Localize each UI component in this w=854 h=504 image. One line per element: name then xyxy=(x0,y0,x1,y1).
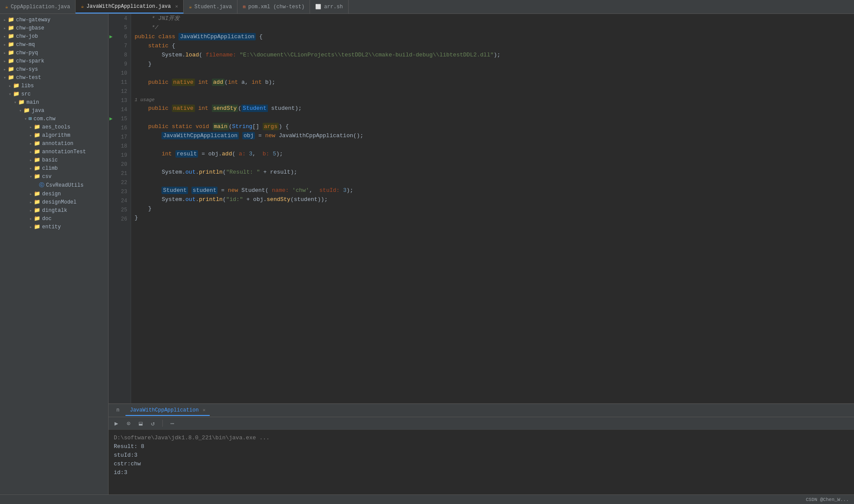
line-num-23: 23 xyxy=(109,187,131,196)
sidebar-item-label: climb xyxy=(42,165,58,171)
sidebar-item-doc[interactable]: ▸ 📁 doc xyxy=(0,214,108,223)
code-content[interactable]: * JNI开发 */ public class JavaWithCppAppli… xyxy=(131,14,854,403)
sidebar-item-csv[interactable]: ▾ 📁 csv xyxy=(0,172,108,181)
sidebar-item-algorithm[interactable]: ▸ 📁 algorithm xyxy=(0,131,108,139)
code-line-23: System.out.println("id:" + obj.sendSty(s… xyxy=(131,195,854,204)
sidebar-item-chw-gateway[interactable]: ▸ 📁 chw-gateway xyxy=(0,16,108,24)
sidebar-item-dingtalk[interactable]: ▸ 📁 dingtalk xyxy=(0,206,108,214)
run-button-15[interactable]: ▶ xyxy=(109,115,112,122)
sidebar-item-basic[interactable]: ▸ 📁 basic xyxy=(0,156,108,164)
code-text: public native int sendSty(Student studen… xyxy=(135,104,302,113)
module-icon: 📁 xyxy=(8,66,14,72)
line-num-18: 18 xyxy=(109,142,131,151)
sidebar-item-label: aes_tools xyxy=(42,124,70,130)
sidebar-item-chw-test[interactable]: ▾ 📁 chw-test xyxy=(0,73,108,82)
line-numbers: 4 5 ▶ 6 7 8 9 10 11 12 13 14 ▶ 15 16 xyxy=(109,14,131,403)
arrow-icon: ▸ xyxy=(30,125,32,130)
tab-arr-sh[interactable]: ⬜ arr.sh xyxy=(310,0,348,13)
sidebar-item-label: src xyxy=(21,91,31,97)
line-number: 26 xyxy=(121,216,127,222)
sidebar-item-entity[interactable]: ▸ 📁 entity xyxy=(0,223,108,231)
sidebar-item-src[interactable]: ▾ 📁 src xyxy=(0,90,108,98)
toolbar-more-button[interactable]: ⋯ xyxy=(168,419,177,428)
line-number: 21 xyxy=(121,171,127,177)
run-button-6[interactable]: ▶ xyxy=(109,33,112,40)
sidebar-item-chw-spark[interactable]: ▸ 📁 chw-spark xyxy=(0,57,108,65)
sidebar-item-label: chw-spark xyxy=(16,58,44,64)
editor-area: 4 5 ▶ 6 7 8 9 10 11 12 13 14 ▶ 15 16 xyxy=(109,14,854,494)
sidebar-item-aes-tools[interactable]: ▸ 📁 aes_tools xyxy=(0,123,108,131)
toolbar-stop-button[interactable]: ⬓ xyxy=(136,419,145,428)
tab-label: pom.xml (chw-test) xyxy=(248,4,305,10)
folder-icon: 📁 xyxy=(13,82,20,89)
sidebar-item-annotation-test[interactable]: ▸ 📁 annotationTest xyxy=(0,148,108,156)
line-number: 24 xyxy=(121,198,127,204)
code-line-14 xyxy=(131,113,854,122)
sidebar-item-chw-job[interactable]: ▸ 📁 chw-job xyxy=(0,32,108,40)
code-line-19 xyxy=(131,158,854,168)
sidebar-item-csv-read-utils[interactable]: ⓒ CsvReadUtils xyxy=(0,181,108,190)
main-area: ▸ 📁 chw-gateway ▸ 📁 chw-gbase ▸ 📁 chw-jo… xyxy=(0,14,854,494)
console-path-text: D:\software\Java\jdk1.8.0_221\bin\java.e… xyxy=(114,435,270,441)
arrow-icon: ▸ xyxy=(3,50,6,56)
toolbar-run-button[interactable]: ▶ xyxy=(112,419,121,428)
tab-label: Student.java xyxy=(195,4,232,10)
code-text: int result = obj.add( a: 3, b: 5); xyxy=(135,149,283,158)
tab-pom-xml[interactable]: m pom.xml (chw-test) xyxy=(237,0,310,13)
folder-icon: 📁 xyxy=(34,157,40,163)
line-number: 6 xyxy=(124,34,127,40)
line-num-13: 13 xyxy=(109,96,131,105)
bottom-tab-n[interactable]: n xyxy=(112,405,124,416)
module-icon: 📁 xyxy=(8,33,14,40)
sidebar-item-climb[interactable]: ▸ 📁 climb xyxy=(0,164,108,172)
status-text: CSDN @Chen_W... xyxy=(806,497,849,502)
code-line-7: static { xyxy=(131,41,854,50)
tab-cpp-application[interactable]: ☕ CppApplication.java xyxy=(0,0,76,13)
sidebar-item-main[interactable]: ▾ 📁 main xyxy=(0,98,108,106)
arrow-icon: ▸ xyxy=(30,149,32,155)
folder-icon: 📁 xyxy=(18,99,25,105)
sidebar-item-libs[interactable]: ▸ 📁 libs xyxy=(0,82,108,90)
module-icon: 📁 xyxy=(8,41,14,48)
sidebar-item-java[interactable]: ▾ 📁 java xyxy=(0,106,108,115)
tab-student[interactable]: ☕ Student.java xyxy=(184,0,237,13)
toolbar-restart-button[interactable]: ↺ xyxy=(148,419,157,428)
line-number: 4 xyxy=(124,16,127,22)
line-number: 5 xyxy=(124,25,127,31)
code-text: Student student = new Student( name: 'ch… xyxy=(135,186,353,195)
line-num-20: 20 xyxy=(109,160,131,169)
line-num-12: 12 xyxy=(109,87,131,96)
sidebar-item-annotation[interactable]: ▸ 📁 annotation xyxy=(0,139,108,148)
sidebar-item-com-chw[interactable]: ▾ ⊞ com.chw xyxy=(0,115,108,123)
sidebar-item-label: dingtalk xyxy=(42,208,67,214)
module-icon: 📁 xyxy=(8,16,14,23)
sidebar-item-design[interactable]: ▸ 📁 design xyxy=(0,190,108,198)
bottom-tab-java-app[interactable]: JavaWithCppApplication ✕ xyxy=(125,405,210,416)
line-num-11: 11 xyxy=(109,78,131,87)
sidebar-item-chw-mq[interactable]: ▸ 📁 chw-mq xyxy=(0,40,108,49)
editor-content: 4 5 ▶ 6 7 8 9 10 11 12 13 14 ▶ 15 16 xyxy=(109,14,854,403)
sidebar-item-chw-sys[interactable]: ▸ 📁 chw-sys xyxy=(0,65,108,73)
folder-icon: 📁 xyxy=(34,140,40,147)
package-icon: ⊞ xyxy=(29,115,32,122)
sidebar-item-design-model[interactable]: ▸ 📁 designModel xyxy=(0,198,108,206)
tab-java-with-cpp[interactable]: ☕ JavaWithCppApplication.java ✕ xyxy=(76,0,184,13)
tab-close-icon[interactable]: ✕ xyxy=(175,3,178,9)
line-number: 10 xyxy=(121,70,127,76)
arrow-icon: ▸ xyxy=(3,26,6,31)
sidebar-item-chw-pyq[interactable]: ▸ 📁 chw-pyq xyxy=(0,49,108,57)
sidebar-item-chw-gbase[interactable]: ▸ 📁 chw-gbase xyxy=(0,24,108,32)
arrow-icon: ▸ xyxy=(30,216,32,221)
arrow-icon: ▸ xyxy=(30,200,32,205)
arrow-icon: ▸ xyxy=(30,224,32,230)
console-result-line-2: stuId:3 xyxy=(114,451,849,459)
usage-hint-line: 1 usage xyxy=(131,96,854,104)
code-text: System.out.println("id:" + obj.sendSty(s… xyxy=(135,195,328,204)
folder-icon: 📁 xyxy=(34,224,40,230)
line-num-25: 25 xyxy=(109,205,131,214)
bottom-tab-close-icon[interactable]: ✕ xyxy=(203,407,206,413)
line-number: 15 xyxy=(121,116,127,122)
arrow-icon: ▸ xyxy=(3,67,6,72)
module-icon: 📁 xyxy=(8,49,14,56)
toolbar-camera-button[interactable]: ⊙ xyxy=(124,419,133,428)
